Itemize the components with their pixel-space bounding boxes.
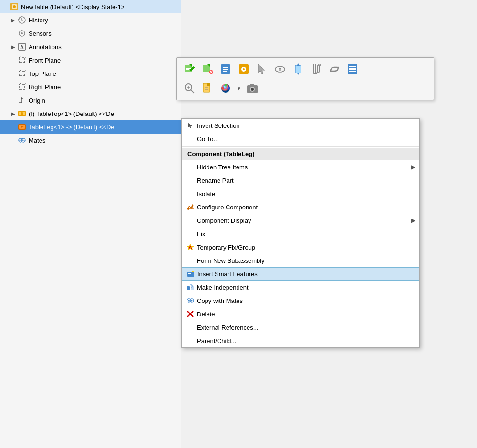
svg-rect-53 <box>349 66 356 67</box>
expand-arrow-top-plane <box>10 70 17 77</box>
svg-point-45 <box>243 68 245 70</box>
right-plane-label: Right Plane <box>29 83 179 91</box>
ctx-component-display[interactable]: Component Display ▶ <box>182 214 419 227</box>
toolbar-row-2: ▼ <box>179 79 432 98</box>
tree-root-item[interactable]: NewTable (Default) <Display State-1> <box>0 0 181 13</box>
tree-item-mates[interactable]: Mates <box>0 134 181 147</box>
svg-rect-54 <box>349 68 356 70</box>
right-plane-icon <box>17 82 27 92</box>
assembly-icon <box>10 2 19 11</box>
ctx-delete[interactable]: Delete <box>182 307 419 321</box>
svg-point-72 <box>187 208 189 210</box>
ctx-parent-child[interactable]: Parent/Child... <box>182 334 419 347</box>
expand-arrow-sensors <box>10 30 17 37</box>
invert-selection-label: Invert Selection <box>197 122 240 129</box>
toolbar-row-1 <box>179 60 432 79</box>
tree-item-front-plane[interactable]: Front Plane <box>0 53 181 67</box>
link-btn[interactable] <box>326 61 343 78</box>
history-label: History <box>29 17 179 24</box>
configure-btn[interactable] <box>235 61 252 78</box>
ctx-fix[interactable]: Fix <box>182 227 419 240</box>
clip-btn[interactable] <box>308 61 325 78</box>
svg-point-48 <box>280 69 281 70</box>
expand-arrow-origin <box>10 96 17 104</box>
svg-marker-78 <box>191 271 194 272</box>
tabletop-icon <box>17 109 27 118</box>
goto-icon <box>186 134 195 144</box>
ctx-go-to[interactable]: Go To... <box>182 132 419 146</box>
ctx-temp-fix[interactable]: Temporary Fix/Group <box>182 240 419 254</box>
parent-child-label: Parent/Child... <box>197 337 236 344</box>
top-plane-label: Top Plane <box>29 70 179 77</box>
ctx-isolate[interactable]: Isolate <box>182 187 419 200</box>
tree-item-sensors[interactable]: Sensors <box>0 27 181 40</box>
ctx-configure-component[interactable]: Configure Component <box>182 200 419 214</box>
isolate-label: Isolate <box>197 190 215 198</box>
tree-item-tabletop[interactable]: ▶ (f) TableTop<1> (Default) <<De <box>0 107 181 120</box>
temp-fix-icon <box>186 242 195 252</box>
svg-point-85 <box>191 300 193 302</box>
hidden-tree-icon <box>186 162 195 172</box>
tree-item-history[interactable]: ▶ History <box>0 13 181 27</box>
svg-marker-61 <box>207 83 210 86</box>
expand-arrow-front-plane <box>10 56 17 64</box>
svg-rect-79 <box>187 286 190 290</box>
subassembly-icon <box>186 256 195 265</box>
origin-label: Origin <box>29 97 179 104</box>
svg-point-66 <box>225 84 227 87</box>
svg-rect-34 <box>203 65 210 72</box>
ext-ref-icon <box>186 323 195 332</box>
pin-btn[interactable] <box>199 61 216 78</box>
tree-item-right-plane[interactable]: Right Plane <box>0 80 181 94</box>
rename-icon <box>186 176 195 185</box>
svg-rect-76 <box>188 273 191 274</box>
make-independent-label: Make Independent <box>197 284 249 291</box>
ctx-hidden-tree-items[interactable]: Hidden Tree Items ▶ <box>182 160 419 174</box>
ctx-invert-selection[interactable]: Invert Selection <box>182 119 419 132</box>
ctx-insert-smart-features[interactable]: Insert Smart Features <box>182 267 419 281</box>
svg-rect-81 <box>191 286 194 290</box>
zoom-btn[interactable] <box>181 80 198 97</box>
front-plane-label: Front Plane <box>29 57 179 64</box>
svg-marker-21 <box>21 97 23 99</box>
ctx-rename-part[interactable]: Rename Part <box>182 174 419 187</box>
front-plane-icon <box>17 55 27 65</box>
properties-btn[interactable] <box>217 61 234 78</box>
tree-item-origin[interactable]: Origin <box>0 94 181 107</box>
make-independent-icon <box>186 282 195 292</box>
hidden-tree-arrow: ▶ <box>411 164 415 170</box>
sensors-label: Sensors <box>29 30 179 37</box>
svg-point-6 <box>21 32 23 34</box>
document-btn[interactable] <box>199 80 216 97</box>
expand-arrow-tabletop: ▶ <box>10 110 17 117</box>
comp-display-icon <box>186 216 195 225</box>
isolate-icon <box>186 189 195 198</box>
svg-point-70 <box>251 88 254 91</box>
ctx-form-subassembly[interactable]: Form New Subassembly <box>182 254 419 267</box>
expand-arrow-root <box>2 3 10 10</box>
list-btn[interactable] <box>344 61 361 78</box>
color-btn[interactable] <box>217 80 234 97</box>
svg-rect-75 <box>187 272 194 277</box>
arrow-tool-btn[interactable] <box>253 61 270 78</box>
mates-label: Mates <box>29 137 179 144</box>
ctx-copy-with-mates[interactable]: Copy with Mates <box>182 294 419 307</box>
comp-display-arrow: ▶ <box>411 217 415 224</box>
tree-item-tableleg[interactable]: TableLeg<1> -> (Default) <<De <box>0 120 181 134</box>
ctx-external-references[interactable]: External References... <box>182 321 419 334</box>
color-dropdown-btn[interactable]: ▼ <box>235 80 243 97</box>
temp-fix-label: Temporary Fix/Group <box>197 244 255 251</box>
component-section-header: Component (TableLeg) <box>182 148 419 160</box>
capture-btn[interactable] <box>244 80 261 97</box>
fix-icon <box>186 229 195 239</box>
tree-item-top-plane[interactable]: Top Plane <box>0 67 181 80</box>
svg-rect-10 <box>19 58 25 63</box>
rename-part-label: Rename Part <box>197 177 234 184</box>
move-btn[interactable] <box>290 61 307 78</box>
ctx-make-independent[interactable]: Make Independent <box>182 281 419 294</box>
show-hide-btn[interactable] <box>271 61 289 78</box>
smart-features-icon <box>186 269 196 279</box>
tree-item-annotations[interactable]: ▶ A Annotations <box>0 40 181 53</box>
go-to-label: Go To... <box>197 135 218 143</box>
edit-component-btn[interactable] <box>181 61 198 78</box>
